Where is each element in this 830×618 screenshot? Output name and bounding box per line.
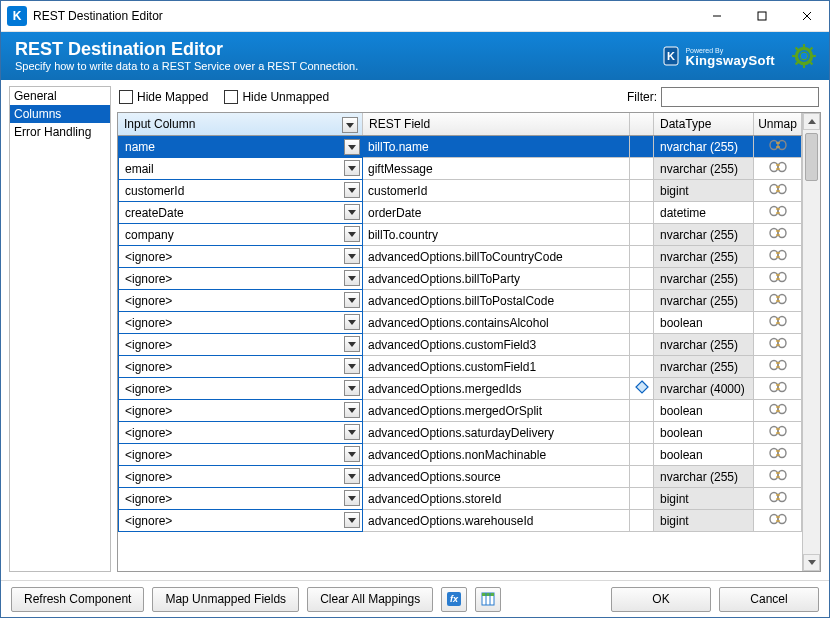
table-row[interactable]: <ignore>advancedOptions.sourcenvarchar (… [118, 466, 802, 488]
table-row[interactable]: createDateorderDatedatetime [118, 202, 802, 224]
nav-item-error-handling[interactable]: Error Handling [10, 123, 110, 141]
dropdown-icon[interactable] [344, 512, 360, 528]
dropdown-icon[interactable] [344, 248, 360, 264]
dropdown-icon[interactable] [344, 204, 360, 220]
hide-unmapped-checkbox[interactable]: Hide Unmapped [224, 90, 329, 104]
close-button[interactable] [784, 1, 829, 31]
scroll-down-icon[interactable] [803, 554, 820, 571]
refresh-button[interactable]: Refresh Component [11, 587, 144, 612]
clear-mappings-button[interactable]: Clear All Mappings [307, 587, 433, 612]
input-column-cell[interactable]: <ignore> [118, 312, 363, 334]
input-column-cell[interactable]: <ignore> [118, 378, 363, 400]
table-row[interactable]: <ignore>advancedOptions.saturdayDelivery… [118, 422, 802, 444]
dropdown-icon[interactable] [344, 160, 360, 176]
vertical-scrollbar[interactable] [802, 113, 820, 571]
rest-field-cell[interactable]: advancedOptions.billToPostalCode [362, 290, 630, 312]
dropdown-icon[interactable] [344, 424, 360, 440]
unmap-cell[interactable] [754, 356, 802, 378]
ok-button[interactable]: OK [611, 587, 711, 612]
table-row[interactable]: <ignore>advancedOptions.customField1nvar… [118, 356, 802, 378]
dropdown-icon[interactable] [344, 380, 360, 396]
dropdown-icon[interactable] [344, 446, 360, 462]
unmap-cell[interactable] [754, 202, 802, 224]
table-row[interactable]: customerIdcustomerIdbigint [118, 180, 802, 202]
rest-field-cell[interactable]: advancedOptions.containsAlcohol [362, 312, 630, 334]
columns-button[interactable] [475, 587, 501, 612]
filter-input[interactable] [661, 87, 819, 107]
input-column-cell[interactable]: <ignore> [118, 422, 363, 444]
input-column-cell[interactable]: customerId [118, 180, 363, 202]
table-row[interactable]: <ignore>advancedOptions.billToPostalCode… [118, 290, 802, 312]
rest-field-cell[interactable]: billTo.country [362, 224, 630, 246]
map-unmapped-button[interactable]: Map Unmapped Fields [152, 587, 299, 612]
unmap-cell[interactable] [754, 290, 802, 312]
table-row[interactable]: <ignore>advancedOptions.nonMachinableboo… [118, 444, 802, 466]
unmap-cell[interactable] [754, 246, 802, 268]
table-row[interactable]: <ignore>advancedOptions.mergedIdsnvarcha… [118, 378, 802, 400]
rest-field-cell[interactable]: advancedOptions.billToParty [362, 268, 630, 290]
cancel-button[interactable]: Cancel [719, 587, 819, 612]
input-column-cell[interactable]: <ignore> [118, 444, 363, 466]
unmap-cell[interactable] [754, 488, 802, 510]
input-column-cell[interactable]: <ignore> [118, 268, 363, 290]
minimize-button[interactable] [694, 1, 739, 31]
col-header-field[interactable]: REST Field [363, 113, 630, 135]
unmap-cell[interactable] [754, 510, 802, 532]
rest-field-cell[interactable]: advancedOptions.source [362, 466, 630, 488]
dropdown-icon[interactable] [344, 292, 360, 308]
rest-field-cell[interactable]: advancedOptions.mergedOrSplit [362, 400, 630, 422]
table-row[interactable]: <ignore>advancedOptions.customField3nvar… [118, 334, 802, 356]
maximize-button[interactable] [739, 1, 784, 31]
rest-field-cell[interactable]: advancedOptions.storeId [362, 488, 630, 510]
table-row[interactable]: namebillTo.namenvarchar (255) [118, 136, 802, 158]
unmap-cell[interactable] [754, 224, 802, 246]
unmap-cell[interactable] [754, 136, 802, 158]
rest-field-cell[interactable]: giftMessage [362, 158, 630, 180]
table-row[interactable]: <ignore>advancedOptions.billToPartynvarc… [118, 268, 802, 290]
dropdown-icon[interactable] [344, 182, 360, 198]
input-column-cell[interactable]: <ignore> [118, 510, 363, 532]
dropdown-icon[interactable] [344, 226, 360, 242]
rest-field-cell[interactable]: advancedOptions.customField3 [362, 334, 630, 356]
rest-field-cell[interactable]: advancedOptions.warehouseId [362, 510, 630, 532]
col-header-datatype[interactable]: DataType [654, 113, 754, 135]
table-row[interactable]: companybillTo.countrynvarchar (255) [118, 224, 802, 246]
dropdown-icon[interactable] [344, 314, 360, 330]
table-row[interactable]: <ignore>advancedOptions.storeIdbigint [118, 488, 802, 510]
rest-field-cell[interactable]: advancedOptions.nonMachinable [362, 444, 630, 466]
unmap-cell[interactable] [754, 180, 802, 202]
unmap-cell[interactable] [754, 422, 802, 444]
table-row[interactable]: <ignore>advancedOptions.billToCountryCod… [118, 246, 802, 268]
input-column-cell[interactable]: <ignore> [118, 466, 363, 488]
scroll-thumb[interactable] [805, 133, 818, 181]
input-column-cell[interactable]: <ignore> [118, 290, 363, 312]
input-column-cell[interactable]: name [118, 136, 363, 158]
unmap-cell[interactable] [754, 466, 802, 488]
dropdown-icon[interactable] [344, 468, 360, 484]
unmap-cell[interactable] [754, 312, 802, 334]
gear-icon[interactable] [791, 43, 817, 69]
input-column-cell[interactable]: <ignore> [118, 246, 363, 268]
unmap-cell[interactable] [754, 158, 802, 180]
rest-field-cell[interactable]: advancedOptions.saturdayDelivery [362, 422, 630, 444]
input-column-cell[interactable]: <ignore> [118, 356, 363, 378]
rest-field-cell[interactable]: customerId [362, 180, 630, 202]
rest-field-cell[interactable]: advancedOptions.billToCountryCode [362, 246, 630, 268]
col-header-input[interactable]: Input Column [118, 113, 363, 135]
nav-item-general[interactable]: General [10, 87, 110, 105]
unmap-cell[interactable] [754, 378, 802, 400]
input-column-cell[interactable]: <ignore> [118, 334, 363, 356]
dropdown-icon[interactable] [342, 117, 358, 133]
table-row[interactable]: <ignore>advancedOptions.mergedOrSplitboo… [118, 400, 802, 422]
hide-mapped-checkbox[interactable]: Hide Mapped [119, 90, 208, 104]
scroll-up-icon[interactable] [803, 113, 820, 130]
input-column-cell[interactable]: <ignore> [118, 488, 363, 510]
input-column-cell[interactable]: <ignore> [118, 400, 363, 422]
input-column-cell[interactable]: email [118, 158, 363, 180]
dropdown-icon[interactable] [344, 358, 360, 374]
rest-field-cell[interactable]: advancedOptions.customField1 [362, 356, 630, 378]
rest-field-cell[interactable]: advancedOptions.mergedIds [362, 378, 630, 400]
unmap-cell[interactable] [754, 400, 802, 422]
fx-button[interactable]: fx [441, 587, 467, 612]
dropdown-icon[interactable] [344, 490, 360, 506]
